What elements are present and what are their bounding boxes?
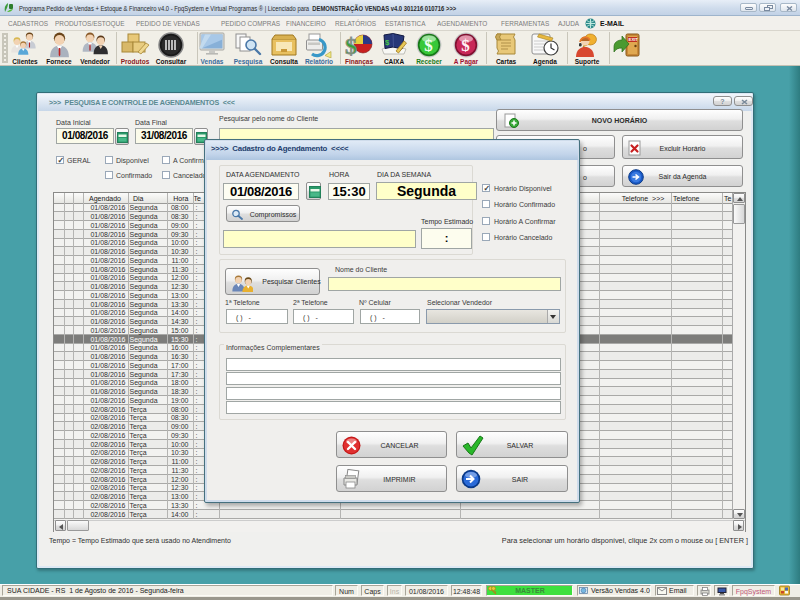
svg-text:EXIT: EXIT (629, 37, 639, 42)
svg-text:$: $ (385, 38, 390, 47)
svg-text:$: $ (461, 36, 470, 55)
svg-text:$: $ (424, 36, 433, 55)
svg-text:$: $ (345, 33, 357, 58)
